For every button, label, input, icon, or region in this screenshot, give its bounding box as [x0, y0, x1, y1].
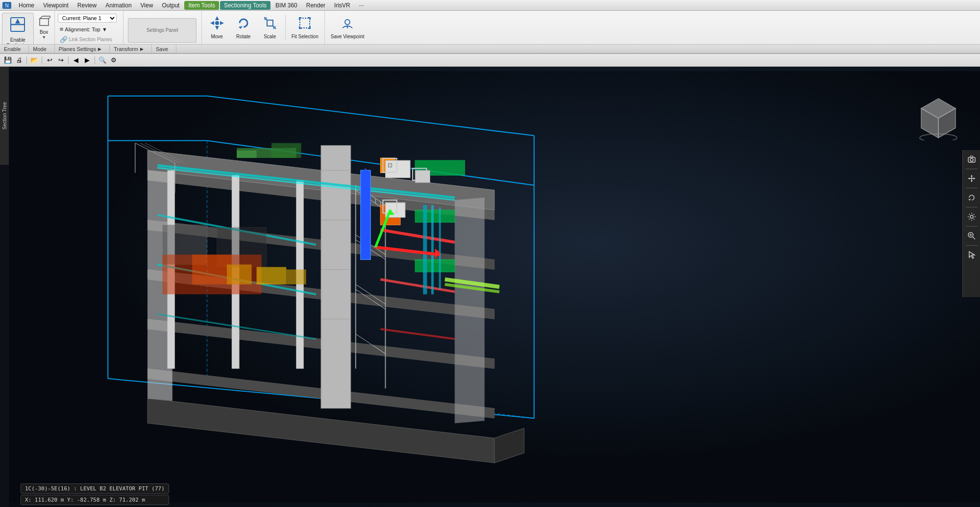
viewport[interactable]: Section Tree — [0, 67, 980, 507]
toolbar-separator-2 — [42, 56, 42, 64]
menu-bim360[interactable]: BIM 360 — [271, 1, 301, 10]
svg-rect-76 — [415, 210, 455, 222]
svg-marker-14 — [220, 21, 224, 25]
menu-render[interactable]: Render — [302, 1, 329, 10]
camera-toolbar-button[interactable] — [964, 152, 979, 167]
building-3d-view: ⊡ — [9, 67, 980, 507]
planes-settings-bottom-label: Planes Settings — [59, 46, 96, 52]
ribbon-bottom-labels: Enable Mode Planes Settings ▶ Transform … — [0, 44, 980, 53]
svg-rect-80 — [361, 170, 370, 259]
settings-quick-button[interactable]: ⚙ — [109, 55, 119, 65]
link-section-planes-button[interactable]: 🔗 Link Section Planes — [58, 35, 117, 44]
svg-rect-96 — [257, 267, 287, 284]
mode-label: Mode — [33, 46, 47, 52]
rbl-planes-settings[interactable]: Planes Settings ▶ — [55, 45, 110, 53]
save-viewpoint-label: Save Viewpoint — [331, 34, 365, 39]
rt-separator-2 — [966, 188, 978, 188]
navigation-cube[interactable] — [916, 96, 960, 140]
rbl-enable[interactable]: Enable — [0, 45, 29, 53]
svg-rect-16 — [267, 20, 273, 26]
fit-selection-button[interactable]: Fit Selection — [289, 13, 321, 41]
redo-button[interactable]: ↪ — [56, 55, 66, 65]
menu-home[interactable]: Home — [15, 1, 38, 10]
transform-divider — [285, 15, 286, 40]
move-button[interactable]: Move — [205, 13, 229, 41]
svg-marker-44 — [455, 198, 485, 423]
svg-marker-119 — [968, 199, 971, 201]
svg-rect-94 — [192, 254, 232, 284]
building-viewport[interactable]: ⊡ — [9, 67, 980, 507]
menu-irisvr[interactable]: IrisVR — [330, 1, 354, 10]
svg-point-10 — [215, 21, 219, 25]
back-button[interactable]: ◀ — [71, 55, 81, 65]
fit-selection-icon — [297, 15, 313, 33]
menu-viewpoint[interactable]: Viewpoint — [39, 1, 73, 10]
svg-marker-12 — [215, 26, 219, 30]
svg-rect-108 — [271, 143, 301, 158]
box-dropdown-icon[interactable]: ▼ — [42, 35, 46, 40]
rotate-label: Rotate — [236, 34, 250, 39]
box-icon — [38, 15, 50, 29]
rt-separator-1 — [966, 169, 978, 169]
alignment-icon: ≡ — [60, 25, 64, 33]
select-toolbar-button[interactable] — [964, 248, 979, 262]
rt-separator-4 — [966, 226, 978, 227]
scale-icon — [262, 15, 278, 33]
section-tree-label: Section Tree — [2, 102, 7, 129]
menu-bar: N Home Viewpoint Review Animation View O… — [0, 0, 980, 11]
enable-label: Enable — [4, 46, 21, 52]
rotate-button[interactable]: Rotate — [231, 13, 256, 41]
pan-toolbar-button[interactable] — [964, 171, 979, 186]
menu-item-tools[interactable]: Item Tools — [184, 1, 219, 10]
rbl-transform[interactable]: Transform ▶ — [110, 45, 152, 53]
menu-more[interactable]: ··· — [355, 1, 368, 10]
svg-rect-95 — [227, 264, 252, 284]
current-plane-dropdown[interactable]: Current: Plane 1 — [58, 14, 117, 23]
enable-sectioning-icon — [9, 16, 26, 36]
rotate-icon — [236, 15, 251, 33]
right-toolbar — [962, 150, 980, 297]
save-file-button[interactable]: 💾 — [3, 55, 13, 65]
transform-bottom-dropdown[interactable]: ▶ — [140, 47, 144, 51]
rbl-save[interactable]: Save — [152, 45, 176, 53]
svg-rect-5 — [40, 19, 49, 25]
alignment-dropdown-button[interactable]: ≡ Alignment: Top ▼ — [58, 25, 117, 34]
svg-marker-13 — [210, 21, 214, 25]
toolbar-separator-3 — [68, 56, 69, 64]
link-section-planes-label: Link Section Planes — [69, 37, 112, 42]
svg-marker-11 — [215, 16, 219, 20]
forward-button[interactable]: ▶ — [82, 55, 92, 65]
scale-button[interactable]: Scale — [258, 13, 282, 41]
undo-button[interactable]: ↩ — [45, 55, 54, 65]
save-viewpoint-button[interactable]: Save Viewpoint — [328, 13, 368, 41]
svg-marker-4 — [15, 19, 20, 24]
toolbar-separator-1 — [26, 56, 27, 64]
svg-text:N: N — [5, 3, 8, 8]
svg-rect-107 — [237, 151, 256, 158]
svg-rect-97 — [286, 270, 306, 284]
transform-label: Transform — [114, 46, 138, 52]
rbl-mode[interactable]: Mode — [29, 45, 55, 53]
svg-marker-15 — [239, 26, 243, 29]
menu-output[interactable]: Output — [158, 1, 183, 10]
orbit-toolbar-button[interactable] — [964, 190, 979, 205]
svg-line-122 — [973, 237, 975, 239]
menu-animation[interactable]: Animation — [101, 1, 135, 10]
svg-rect-21 — [300, 18, 310, 28]
zoom-toolbar-button[interactable] — [964, 228, 979, 243]
section-tree-tab[interactable]: Section Tree — [0, 67, 9, 165]
menu-view[interactable]: View — [137, 1, 157, 10]
print-button[interactable]: 🖨 — [14, 55, 24, 65]
settings-toolbar-button[interactable] — [964, 209, 979, 224]
planes-settings-dropdown[interactable]: ▶ — [98, 47, 101, 51]
status-bar: 1C(-30)-5E(16) : LEVEL B2 ELEVATOR PIT (… — [18, 482, 172, 507]
svg-rect-85 — [415, 170, 430, 182]
menu-sectioning-tools[interactable]: Sectioning Tools — [220, 1, 270, 10]
open-button[interactable]: 📂 — [29, 55, 39, 65]
search-button[interactable]: 🔍 — [98, 55, 107, 65]
fit-selection-label: Fit Selection — [292, 34, 318, 39]
move-icon — [209, 15, 225, 33]
menu-review[interactable]: Review — [74, 1, 100, 10]
link-icon: 🔗 — [60, 36, 68, 43]
rt-separator-3 — [966, 207, 978, 207]
